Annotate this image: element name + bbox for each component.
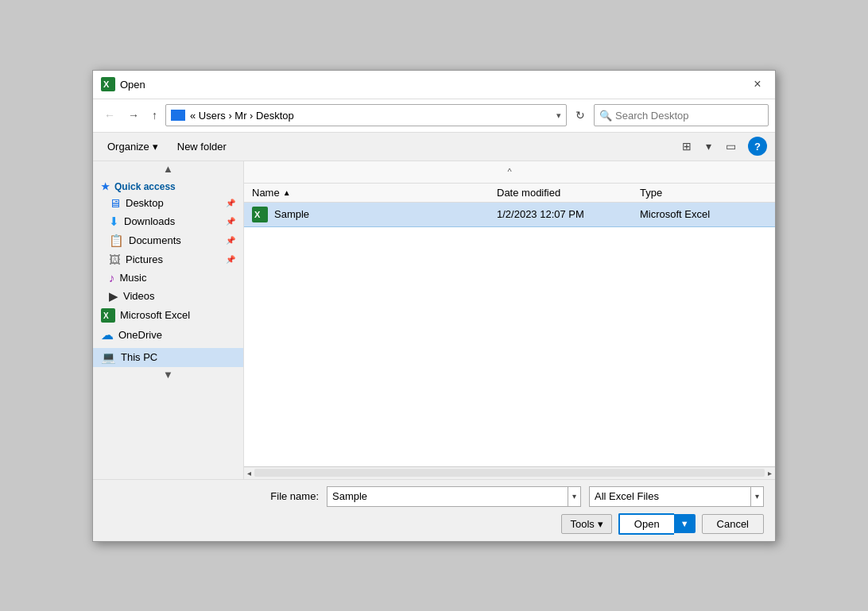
file-excel-icon: X — [252, 207, 268, 222]
thispc-icon: 💻 — [101, 350, 116, 365]
hscroll-left-button[interactable]: ◂ — [246, 469, 253, 478]
address-chevron-icon[interactable]: ▾ — [556, 110, 561, 121]
excel-title-icon: X — [101, 77, 115, 91]
file-row[interactable]: X Sample 1/2/2023 12:07 PM Microsoft Exc… — [244, 203, 775, 227]
tools-button[interactable]: Tools ▾ — [561, 514, 611, 534]
file-name-input-wrapper[interactable]: Sample ▾ — [327, 486, 581, 507]
new-folder-button[interactable]: New folder — [171, 138, 233, 155]
title-bar: X Open × — [93, 71, 775, 99]
documents-icon: 📋 — [109, 234, 124, 248]
file-name-dropdown-button[interactable]: ▾ — [568, 487, 580, 506]
pictures-icon: 🖼 — [109, 253, 121, 266]
open-button[interactable]: Open — [618, 513, 674, 535]
search-box[interactable]: 🔍 — [594, 104, 769, 126]
address-text: « Users › Mr › Desktop — [190, 110, 556, 122]
file-type-value: All Excel Files — [590, 490, 750, 502]
col-name-header[interactable]: Name ▲ — [252, 187, 497, 199]
pin-icon-pictures: 📌 — [226, 255, 235, 264]
sidebar-item-excel[interactable]: X Microsoft Excel — [93, 306, 243, 325]
forward-button[interactable]: → — [123, 106, 144, 125]
file-type-dropdown-button[interactable]: ▾ — [750, 487, 763, 506]
sidebar-item-documents[interactable]: 📋 Documents 📌 — [93, 231, 243, 250]
new-folder-label: New folder — [177, 141, 227, 153]
bottom-section: File name: Sample ▾ All Excel Files ▾ To… — [93, 479, 775, 541]
onedrive-icon: ☁ — [101, 327, 114, 342]
sidebar-item-pictures[interactable]: 🖼 Pictures 📌 — [93, 250, 243, 269]
open-dialog: X Open × ← → ↑ « Users › Mr › Desktop ▾ … — [92, 70, 776, 542]
preview-pane-button[interactable]: ▭ — [720, 137, 742, 156]
search-icon: 🔍 — [599, 110, 612, 122]
nav-bar: ← → ↑ « Users › Mr › Desktop ▾ ↻ 🔍 — [93, 99, 775, 133]
file-name-value: Sample — [327, 490, 568, 502]
file-list: X Sample 1/2/2023 12:07 PM Microsoft Exc… — [244, 203, 775, 466]
file-name-cell: X Sample — [252, 207, 497, 222]
pin-icon-downloads: 📌 — [226, 217, 235, 226]
svg-text:X: X — [254, 210, 261, 219]
sidebar-item-desktop[interactable]: 🖥 Desktop 📌 — [93, 194, 243, 212]
music-icon: ♪ — [109, 271, 115, 284]
downloads-icon: ⬇ — [109, 215, 119, 229]
col-date-header[interactable]: Date modified — [497, 187, 640, 199]
close-button[interactable]: × — [748, 75, 767, 94]
svg-text:X: X — [103, 79, 110, 89]
sidebar-scroll-down[interactable]: ▼ — [93, 367, 243, 382]
sidebar-item-music[interactable]: ♪ Music — [93, 269, 243, 287]
buttons-row: Tools ▾ Open ▼ Cancel — [104, 513, 764, 535]
main-area: ▲ ★ Quick access 🖥 Desktop 📌 ⬇ Downloads… — [93, 161, 775, 479]
file-area: ^ Name ▲ Date modified Type — [244, 161, 775, 479]
videos-icon: ▶ — [109, 289, 118, 304]
cancel-button[interactable]: Cancel — [702, 514, 764, 534]
view-details-button[interactable]: ⊞ — [676, 137, 697, 156]
file-name-label: File name: — [270, 490, 319, 502]
file-type-dropdown[interactable]: All Excel Files ▾ — [589, 486, 764, 507]
view-chevron-button[interactable]: ▾ — [700, 137, 717, 156]
sort-indicator: ^ — [507, 167, 511, 176]
open-dropdown-button[interactable]: ▼ — [674, 514, 696, 533]
dialog-title: Open — [120, 79, 145, 91]
file-name: Sample — [274, 208, 309, 220]
refresh-button[interactable]: ↻ — [570, 106, 591, 125]
view-buttons: ⊞ ▾ ▭ — [676, 137, 742, 156]
sidebar-item-onedrive[interactable]: ☁ OneDrive — [93, 325, 243, 345]
star-icon: ★ — [101, 181, 110, 192]
file-name-row: File name: Sample ▾ All Excel Files ▾ — [104, 486, 764, 507]
sidebar-item-thispc[interactable]: 💻 This PC — [93, 348, 243, 367]
col-type-header[interactable]: Type — [640, 187, 767, 199]
open-button-group: Open ▼ — [618, 513, 696, 535]
sidebar: ▲ ★ Quick access 🖥 Desktop 📌 ⬇ Downloads… — [93, 161, 244, 479]
hscroll-track[interactable] — [254, 469, 765, 477]
column-headers: Name ▲ Date modified Type — [244, 184, 775, 203]
up-button[interactable]: ↑ — [147, 106, 162, 125]
col-sort-icon: ▲ — [283, 188, 291, 197]
svg-text:X: X — [103, 311, 109, 320]
sort-header: ^ — [244, 161, 775, 184]
pin-icon-documents: 📌 — [226, 236, 235, 245]
sidebar-item-videos[interactable]: ▶ Videos — [93, 287, 243, 306]
excel-sidebar-icon: X — [101, 308, 115, 323]
sidebar-quick-access-label: ★ Quick access — [93, 176, 243, 194]
organize-button[interactable]: Organize ▾ — [101, 138, 165, 155]
sidebar-scroll-up[interactable]: ▲ — [93, 161, 243, 176]
address-bar[interactable]: « Users › Mr › Desktop ▾ — [165, 104, 567, 126]
desktop-icon: 🖥 — [109, 196, 121, 210]
title-bar-left: X Open — [101, 77, 145, 91]
help-button[interactable]: ? — [748, 137, 767, 156]
sidebar-item-downloads[interactable]: ⬇ Downloads 📌 — [93, 212, 243, 231]
address-folder-icon — [171, 110, 185, 121]
hscroll-right-button[interactable]: ▸ — [766, 469, 773, 478]
toolbar: Organize ▾ New folder ⊞ ▾ ▭ ? — [93, 133, 775, 161]
back-button[interactable]: ← — [99, 106, 120, 125]
file-date: 1/2/2023 12:07 PM — [497, 208, 640, 220]
search-input[interactable] — [615, 110, 763, 122]
pin-icon-desktop: 📌 — [226, 199, 235, 207]
hscroll-area: ◂ ▸ — [244, 466, 775, 479]
file-type: Microsoft Excel — [640, 208, 767, 220]
